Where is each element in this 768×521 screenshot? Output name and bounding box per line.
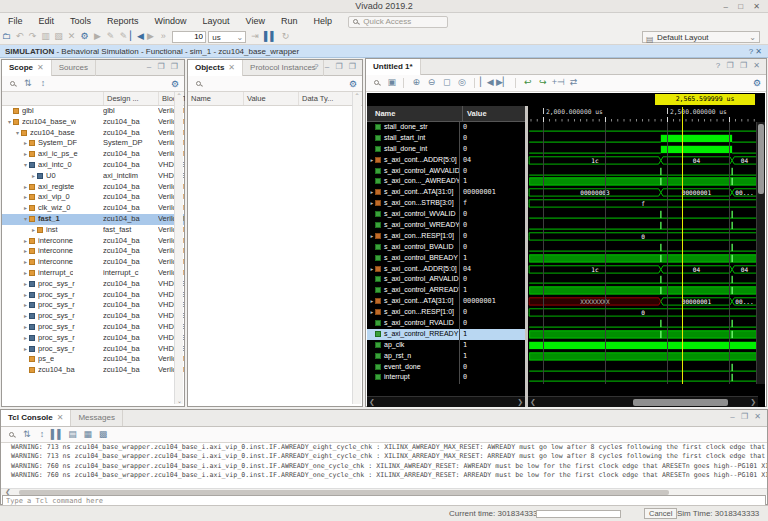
scope-tree-row[interactable]: ▸proc_sys_rzcu104_baVHDL Entit: [2, 311, 184, 322]
signal-waveform[interactable]: [528, 285, 758, 296]
signal-value[interactable]: f: [460, 198, 525, 209]
signal-value[interactable]: 0: [460, 307, 525, 318]
scope-tree-row[interactable]: ▸proc_sys_rzcu104_baVHDL Entit: [2, 279, 184, 290]
objects-scrollbar[interactable]: ⌃: [352, 92, 361, 404]
expand-icon[interactable]: ▸: [22, 344, 29, 355]
copy-icon[interactable]: ▥: [39, 29, 52, 44]
scope-tree-row[interactable]: ps_ezcu104_baVerilog Mo: [2, 354, 184, 365]
signal-value[interactable]: 1: [460, 351, 525, 362]
report-icon[interactable]: ▦: [81, 427, 94, 442]
signal-value[interactable]: 0: [460, 372, 525, 383]
signal-name-row[interactable]: ▸s_axi_cont...ADDR[5:0]: [367, 264, 459, 275]
scope-tree-row[interactable]: ▸proc_sys_rzcu104_baVHDL Entit: [2, 300, 184, 311]
simulation-time-input[interactable]: [172, 31, 206, 43]
signal-name-row[interactable]: s_axi_control_WREADY: [367, 220, 459, 231]
scope-tree-row[interactable]: ▸System_DFSystem_DPVerilog Mo: [2, 138, 184, 149]
signal-name-row[interactable]: s_axi_control_AWVALID: [367, 166, 459, 177]
go-to-end-icon[interactable]: ▶▏: [496, 75, 510, 90]
expand-icon[interactable]: ▸: [30, 171, 37, 182]
restart-icon[interactable]: ▏◀: [130, 29, 144, 44]
signal-value[interactable]: 1: [460, 176, 525, 187]
signal-waveform[interactable]: 1c0404: [528, 155, 758, 166]
redo-icon[interactable]: ↷: [26, 29, 39, 44]
scope-tree-row[interactable]: ▾axi_intc_0zcu104_baVHDL Entit: [2, 160, 184, 171]
expand-icon[interactable]: ▸: [22, 192, 29, 203]
menu-view[interactable]: View: [238, 13, 273, 29]
time-unit-select[interactable]: us ⌄: [208, 31, 246, 43]
menu-run[interactable]: Run: [273, 13, 306, 29]
expand-icon[interactable]: ▸: [22, 257, 29, 268]
expand-all-icon[interactable]: ↕: [36, 76, 49, 91]
expand-icon[interactable]: ▸: [22, 246, 29, 257]
pause-button[interactable]: ▌▌: [264, 29, 277, 44]
signal-waveform[interactable]: f: [528, 198, 758, 209]
zoom-fit-icon[interactable]: ◻: [440, 75, 453, 90]
run-all-icon[interactable]: ▶: [144, 29, 157, 44]
scope-tree-row[interactable]: ▾zcu104_base_wzcu104_baVerilog Mo: [2, 117, 184, 128]
signal-value[interactable]: 0: [460, 220, 525, 231]
delete-icon[interactable]: ▩: [96, 427, 109, 442]
expand-icon[interactable]: ▸: [22, 203, 29, 214]
collapse-all-icon[interactable]: ⇅: [21, 76, 34, 91]
scope-tree-row[interactable]: ▸clk_wiz_0zcu104_baVerilog Mo: [2, 203, 184, 214]
settings-gear-icon[interactable]: ⚙: [171, 77, 179, 92]
signal-value[interactable]: 0: [460, 242, 525, 253]
scope-tree-row[interactable]: ▸proc_sys_rzcu104_baVHDL Entit: [2, 344, 184, 355]
open-folder-icon[interactable]: 🗀: [0, 29, 13, 44]
signal-waveform[interactable]: [528, 220, 758, 231]
wave-vertical-scrollbar[interactable]: [756, 122, 765, 384]
expand-icon[interactable]: ▸: [22, 236, 29, 247]
expand-icon[interactable]: ▸: [22, 300, 29, 311]
signal-name-row[interactable]: ap_rst_n: [367, 351, 459, 362]
signal-name-row[interactable]: ▸s_axi_cont...ATA[31:0]: [367, 187, 459, 198]
panel-controls[interactable]: – ❐ ❐: [147, 62, 180, 71]
quick-access-search[interactable]: Quick Access: [348, 16, 448, 28]
close-icon[interactable]: ✕: [37, 63, 44, 72]
console-warning-line[interactable]: WARNING: 713 ns zcu104_base_wrapper.zcu1…: [1, 452, 767, 461]
scope-tree-row[interactable]: ▾zcu104_basezcu104_baVerilog Mo: [2, 128, 184, 139]
scope-tree-row[interactable]: glblglblVerilog Mo: [2, 106, 184, 117]
signal-value[interactable]: 04: [460, 264, 525, 275]
scope-tree-row[interactable]: ▸interrupt_cinterrupt_cVerilog Mo: [2, 268, 184, 279]
swap-cursor-icon[interactable]: ⇄: [567, 75, 580, 90]
menu-window[interactable]: Window: [147, 13, 195, 29]
search-icon[interactable]: [5, 427, 18, 442]
add-marker-icon[interactable]: +⊣: [552, 75, 565, 90]
delete-icon[interactable]: ✕: [65, 29, 78, 44]
scope-tree-row[interactable]: ▸interconnezcu104_baVerilog Mo: [2, 236, 184, 247]
signal-value[interactable]: 1: [460, 329, 525, 340]
signal-waveform[interactable]: [528, 362, 758, 373]
signal-value[interactable]: 0: [460, 318, 525, 329]
expand-icon[interactable]: ▾: [22, 214, 29, 225]
signal-waveform[interactable]: [528, 351, 758, 362]
signal-value[interactable]: 1: [460, 253, 525, 264]
menu-help[interactable]: Help: [305, 13, 340, 29]
scope-tree-row[interactable]: ▸proc_sys_rzcu104_baVHDL Entit: [2, 333, 184, 344]
previous-transition-icon[interactable]: ↩: [521, 75, 534, 90]
menu-layout[interactable]: Layout: [195, 13, 238, 29]
panel-controls[interactable]: ? – ❐ ❐: [314, 62, 358, 71]
copy-icon[interactable]: ▤: [66, 427, 79, 442]
signal-value[interactable]: 0: [460, 209, 525, 220]
cancel-button[interactable]: Cancel: [644, 508, 677, 519]
menu-file[interactable]: File: [0, 13, 31, 29]
edit-disabled-icon[interactable]: ✎: [117, 29, 130, 44]
next-transition-icon[interactable]: ↪: [537, 75, 550, 90]
signal-waveform[interactable]: [528, 166, 758, 177]
signal-waveform[interactable]: 0: [528, 231, 758, 242]
undo-icon[interactable]: ↶: [13, 29, 26, 44]
signal-name-row[interactable]: stall_start_int: [367, 133, 459, 144]
expand-icon[interactable]: ▸: [22, 268, 29, 279]
collapse-all-icon[interactable]: ⇅: [20, 427, 33, 442]
tab-untitled-1[interactable]: Untitled 1*: [366, 59, 421, 75]
expand-icon[interactable]: ▸: [22, 138, 29, 149]
scope-table-header[interactable]: Name ⌃ Design ... Block T...: [2, 92, 184, 106]
signal-name-row[interactable]: stall_done_int: [367, 144, 459, 155]
expand-icon[interactable]: ▸: [22, 311, 29, 322]
menu-reports[interactable]: Reports: [99, 13, 147, 29]
signal-waveform[interactable]: [528, 133, 758, 144]
scope-tree-row[interactable]: ▸axi_ic_ps_ezcu104_baVerilog Mo: [2, 149, 184, 160]
save-icon[interactable]: ▣: [385, 75, 398, 90]
settings-gear-icon[interactable]: ⚙: [349, 77, 357, 92]
expand-icon[interactable]: ▸: [22, 182, 29, 193]
